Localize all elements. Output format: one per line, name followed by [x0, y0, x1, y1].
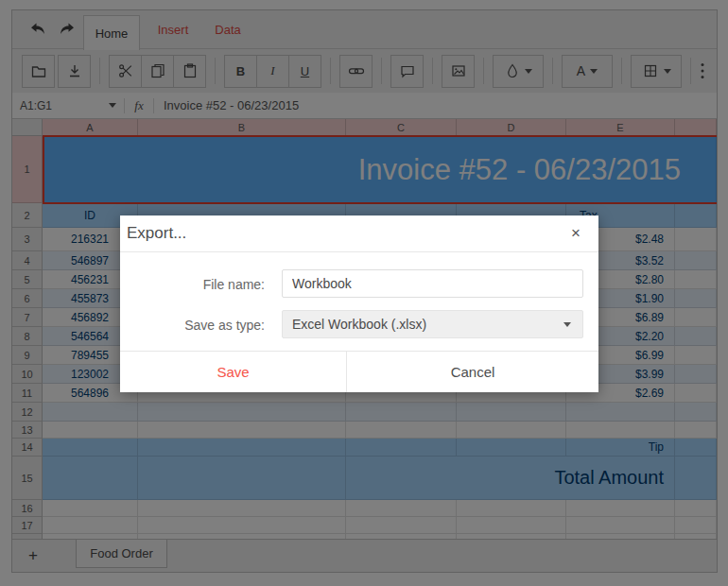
close-icon[interactable]: ×	[566, 222, 585, 245]
dialog-title: Export...	[127, 215, 186, 251]
dialog-actions: Save Cancel	[120, 351, 598, 392]
save-button[interactable]: Save	[120, 352, 347, 392]
export-dialog: Export... × File name: Save as type: Exc…	[120, 215, 598, 392]
chevron-down-icon	[563, 322, 571, 327]
file-name-input[interactable]	[282, 269, 583, 298]
file-name-label: File name:	[120, 277, 265, 292]
dialog-titlebar: Export... ×	[120, 215, 598, 252]
save-as-type-select[interactable]: Excel Workbook (.xlsx)	[282, 310, 583, 338]
save-as-type-value: Excel Workbook (.xlsx)	[292, 317, 426, 332]
cancel-button[interactable]: Cancel	[347, 352, 598, 392]
save-as-type-label: Save as type:	[120, 318, 265, 333]
